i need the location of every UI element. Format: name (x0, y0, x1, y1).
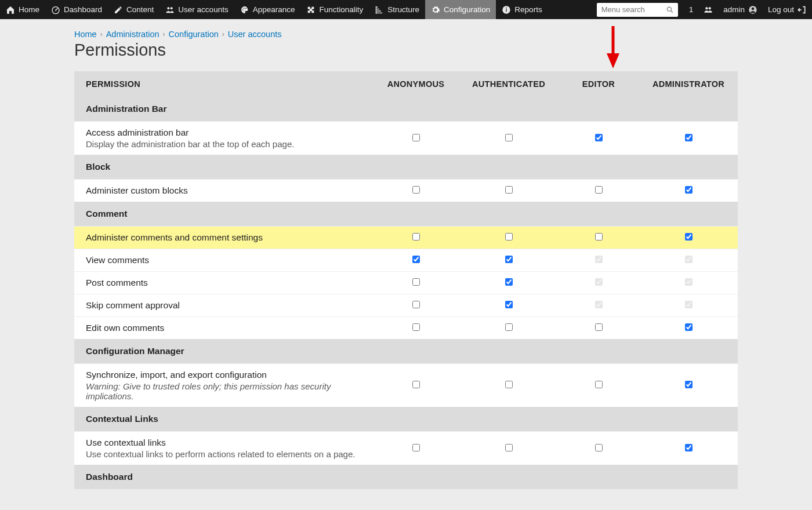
permission-checkbox[interactable] (595, 134, 603, 141)
menu-label: Content (126, 5, 154, 14)
permission-label-cell: View comments (74, 249, 372, 272)
permission-checkbox[interactable] (685, 381, 693, 388)
breadcrumb-link[interactable]: Configuration (169, 30, 219, 39)
permission-checkbox[interactable] (412, 134, 420, 141)
menu-search[interactable] (597, 3, 678, 17)
permission-checkbox[interactable] (412, 301, 420, 308)
users-icon-link[interactable] (698, 0, 718, 19)
permission-checkbox[interactable] (505, 278, 513, 286)
table-row: Use contextual linksUse contextual links… (74, 432, 738, 465)
permission-checkbox[interactable] (412, 278, 420, 286)
col-editor: EDITOR (558, 71, 639, 97)
menu-structure[interactable]: Structure (369, 0, 425, 19)
svg-point-17 (709, 7, 711, 9)
permission-checkbox[interactable] (505, 256, 513, 263)
breadcrumb-link[interactable]: Administration (106, 30, 160, 39)
menu-dashboard[interactable]: Dashboard (45, 0, 108, 19)
permission-label: Administer comments and comment settings (86, 232, 361, 243)
home-icon (6, 5, 15, 14)
permission-checkbox-cell (639, 317, 738, 340)
menu-label: Functionality (319, 5, 363, 14)
permission-checkbox[interactable] (505, 381, 513, 388)
notif-count[interactable]: 1 (684, 0, 699, 19)
permission-group: Configuration Manager (74, 339, 738, 364)
permission-checkbox[interactable] (685, 444, 693, 451)
svg-point-9 (376, 10, 376, 11)
permission-checkbox[interactable] (412, 233, 420, 241)
logout-label: Log out (768, 5, 794, 14)
col-anonymous: ANONYMOUS (372, 71, 459, 97)
table-row: Skip comment approval (74, 294, 738, 317)
permission-label-cell: Use contextual linksUse contextual links… (74, 432, 372, 465)
permission-checkbox-cell (558, 122, 639, 155)
admin-toolbar: HomeDashboardContentUser accountsAppeara… (0, 0, 812, 19)
permission-checkbox-cell (459, 432, 558, 465)
menu-label: Structure (387, 5, 419, 14)
permission-checkbox[interactable] (595, 323, 603, 331)
breadcrumb-link[interactable]: Home (74, 30, 97, 39)
logout-icon (798, 5, 807, 14)
permission-checkbox-cell (459, 364, 558, 407)
permission-checkbox[interactable] (412, 256, 420, 263)
permission-checkbox[interactable] (412, 323, 420, 331)
menu-label: Dashboard (64, 5, 102, 14)
permission-label: View comments (86, 255, 361, 265)
permission-label-cell: Administer custom blocks (74, 180, 372, 202)
menu-user-accounts[interactable]: User accounts (160, 0, 234, 19)
menu-configuration[interactable]: Configuration (425, 0, 496, 19)
svg-point-19 (752, 7, 755, 10)
permission-checkbox[interactable] (412, 186, 420, 194)
permission-checkbox[interactable] (505, 301, 513, 308)
permission-checkbox[interactable] (595, 186, 603, 194)
permission-checkbox[interactable] (685, 134, 693, 141)
permission-checkbox[interactable] (505, 134, 513, 141)
menu-content[interactable]: Content (108, 0, 160, 19)
logout[interactable]: Log out (763, 0, 812, 19)
breadcrumb-link[interactable]: User accounts (228, 30, 282, 39)
gear-icon (431, 5, 440, 14)
permission-checkbox-cell (372, 432, 459, 465)
permission-label-cell: Post comments (74, 272, 372, 294)
admin-user[interactable]: admin (718, 0, 763, 19)
svg-point-13 (506, 7, 507, 8)
menu-reports[interactable]: Reports (496, 0, 548, 19)
permission-checkbox[interactable] (505, 323, 513, 331)
permission-checkbox[interactable] (412, 381, 420, 388)
permission-checkbox[interactable] (505, 444, 513, 451)
notif-count-value: 1 (689, 5, 694, 14)
permission-checkbox[interactable] (685, 323, 693, 331)
svg-point-6 (245, 8, 246, 9)
table-row: Administer custom blocks (74, 180, 738, 202)
permission-checkbox[interactable] (595, 233, 603, 241)
page-title: Permissions (74, 41, 738, 60)
permission-group-name: Configuration Manager (74, 339, 738, 364)
user-circle-icon (748, 5, 757, 14)
admin-user-label: admin (723, 5, 745, 14)
permission-checkbox-cell (639, 364, 738, 407)
permission-checkbox[interactable] (595, 444, 603, 451)
menu-appearance[interactable]: Appearance (234, 0, 301, 19)
menu-search-input[interactable] (601, 5, 666, 14)
permission-label: Use contextual links (86, 438, 361, 448)
permission-label: Administer custom blocks (86, 185, 361, 196)
permission-checkbox-cell (558, 180, 639, 202)
users-icon (704, 5, 713, 14)
breadcrumb: Home›Administration›Configuration›User a… (74, 19, 738, 41)
svg-point-16 (705, 7, 708, 9)
permission-checkbox[interactable] (412, 444, 420, 451)
permission-checkbox-cell (639, 432, 738, 465)
permission-checkbox-cell (558, 432, 639, 465)
permission-checkbox-cell (639, 294, 738, 317)
permission-checkbox[interactable] (505, 186, 513, 194)
permission-checkbox[interactable] (685, 233, 693, 241)
menu-home[interactable]: Home (0, 0, 45, 19)
permission-group-name: Administration Bar (74, 97, 738, 122)
permission-checkbox (685, 278, 693, 286)
permission-checkbox (595, 256, 603, 263)
permission-checkbox[interactable] (685, 186, 693, 194)
svg-point-7 (376, 6, 376, 7)
permission-checkbox[interactable] (595, 381, 603, 388)
permission-checkbox-cell (558, 294, 639, 317)
menu-functionality[interactable]: Functionality (300, 0, 369, 19)
permission-checkbox[interactable] (505, 233, 513, 241)
